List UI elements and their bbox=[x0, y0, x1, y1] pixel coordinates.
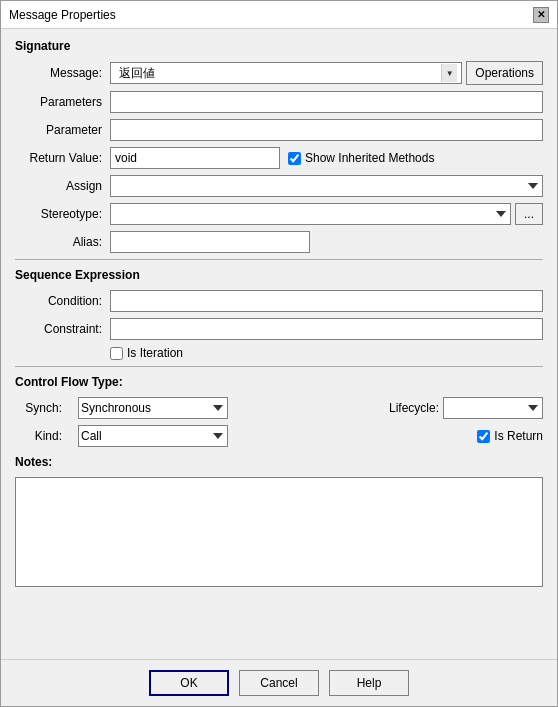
notes-textarea[interactable] bbox=[15, 477, 543, 587]
kind-select[interactable]: Call Return Send Create Destroy bbox=[78, 425, 228, 447]
condition-label: Condition: bbox=[15, 294, 110, 308]
constraint-row: Constraint: bbox=[15, 318, 543, 340]
footer: OK Cancel Help bbox=[1, 659, 557, 706]
parameter-row: Parameter bbox=[15, 119, 543, 141]
kind-row: Kind: Call Return Send Create Destroy Is… bbox=[15, 425, 543, 447]
condition-input[interactable] bbox=[110, 290, 543, 312]
control-flow-section: Control Flow Type: Synch: Synchronous As… bbox=[15, 375, 543, 447]
return-value-row: Return Value: Show Inherited Methods bbox=[15, 147, 543, 169]
separator-2 bbox=[15, 366, 543, 367]
message-input[interactable] bbox=[115, 66, 441, 80]
synch-select[interactable]: Synchronous Asynchronous None bbox=[78, 397, 228, 419]
lifecycle-label: Lifecycle: bbox=[389, 401, 439, 415]
ok-button[interactable]: OK bbox=[149, 670, 229, 696]
assign-select[interactable] bbox=[110, 175, 543, 197]
alias-input[interactable] bbox=[110, 231, 310, 253]
message-row: Message: ▼ Operations bbox=[15, 61, 543, 85]
constraint-input[interactable] bbox=[110, 318, 543, 340]
separator-1 bbox=[15, 259, 543, 260]
assign-label: Assign bbox=[15, 179, 110, 193]
show-inherited-checkbox[interactable] bbox=[288, 152, 301, 165]
is-iteration-row: Is Iteration bbox=[110, 346, 543, 360]
signature-section-label: Signature bbox=[15, 39, 543, 53]
help-button[interactable]: Help bbox=[329, 670, 409, 696]
is-return-group: Is Return bbox=[477, 429, 543, 443]
lifecycle-select[interactable] bbox=[443, 397, 543, 419]
alias-row: Alias: bbox=[15, 231, 543, 253]
operations-button[interactable]: Operations bbox=[466, 61, 543, 85]
title-bar: Message Properties ✕ bbox=[1, 1, 557, 29]
dialog-title: Message Properties bbox=[9, 8, 116, 22]
parameters-label: Parameters bbox=[15, 95, 110, 109]
message-input-wrapper: ▼ bbox=[110, 62, 462, 84]
synch-label: Synch: bbox=[15, 401, 70, 415]
dialog-content: Signature Message: ▼ Operations Paramete… bbox=[1, 29, 557, 659]
constraint-label: Constraint: bbox=[15, 322, 110, 336]
synch-row: Synch: Synchronous Asynchronous None Lif… bbox=[15, 397, 543, 419]
message-field-group: ▼ Operations bbox=[110, 61, 543, 85]
show-inherited-group: Show Inherited Methods bbox=[288, 151, 434, 165]
close-icon: ✕ bbox=[537, 9, 545, 20]
stereotype-label: Stereotype: bbox=[15, 207, 110, 221]
sequence-expression-section: Sequence Expression Condition: Constrain… bbox=[15, 268, 543, 360]
show-inherited-label: Show Inherited Methods bbox=[305, 151, 434, 165]
lifecycle-group: Lifecycle: bbox=[389, 397, 543, 419]
notes-label: Notes: bbox=[15, 455, 543, 469]
parameters-input[interactable] bbox=[110, 91, 543, 113]
kind-label: Kind: bbox=[15, 429, 70, 443]
is-iteration-label: Is Iteration bbox=[127, 346, 183, 360]
return-value-input[interactable] bbox=[110, 147, 280, 169]
sequence-expression-label: Sequence Expression bbox=[15, 268, 543, 282]
control-flow-label: Control Flow Type: bbox=[15, 375, 543, 389]
alias-label: Alias: bbox=[15, 235, 110, 249]
parameter-label: Parameter bbox=[15, 123, 110, 137]
is-return-checkbox[interactable] bbox=[477, 430, 490, 443]
parameter-input[interactable] bbox=[110, 119, 543, 141]
stereotype-select[interactable] bbox=[110, 203, 511, 225]
dialog: Message Properties ✕ Signature Message: … bbox=[0, 0, 558, 707]
stereotype-row: Stereotype: ... bbox=[15, 203, 543, 225]
is-iteration-checkbox[interactable] bbox=[110, 347, 123, 360]
stereotype-ellipsis-button[interactable]: ... bbox=[515, 203, 543, 225]
notes-section: Notes: bbox=[15, 455, 543, 590]
message-dropdown-arrow[interactable]: ▼ bbox=[441, 64, 457, 82]
condition-row: Condition: bbox=[15, 290, 543, 312]
assign-row: Assign bbox=[15, 175, 543, 197]
message-label: Message: bbox=[15, 66, 110, 80]
cancel-button[interactable]: Cancel bbox=[239, 670, 319, 696]
parameters-row: Parameters bbox=[15, 91, 543, 113]
return-value-label: Return Value: bbox=[15, 151, 110, 165]
close-button[interactable]: ✕ bbox=[533, 7, 549, 23]
is-return-label: Is Return bbox=[494, 429, 543, 443]
